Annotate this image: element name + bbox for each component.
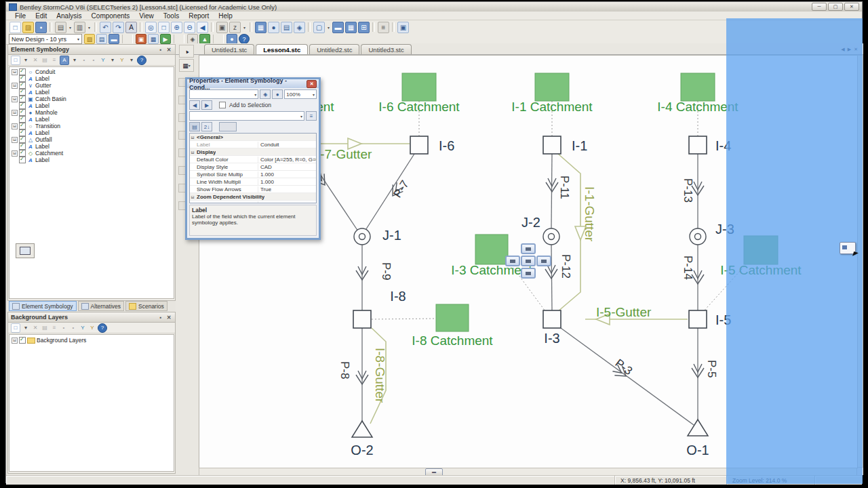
- node-i1[interactable]: [543, 136, 561, 154]
- outfalls[interactable]: [352, 420, 708, 437]
- globe-icon[interactable]: ●: [268, 22, 279, 33]
- new-icon[interactable]: □: [11, 56, 20, 65]
- aerial-view-icon[interactable]: ▬: [332, 22, 344, 33]
- tree-item-label-child[interactable]: A Label: [9, 102, 174, 109]
- tree-item-label-child[interactable]: A Label: [9, 75, 174, 82]
- catchment-i8[interactable]: [436, 304, 469, 331]
- property-row[interactable]: Label Conduit: [190, 141, 316, 148]
- expander-icon[interactable]: ⊟: [12, 83, 18, 89]
- tree-item-label-child[interactable]: A Label: [9, 157, 174, 163]
- add-to-selection[interactable]: Add to Selection: [219, 102, 271, 108]
- expander-icon[interactable]: ⊟: [12, 150, 18, 157]
- menu-item[interactable]: Components: [87, 12, 135, 20]
- select-tool-button[interactable]: ▲: [179, 45, 194, 58]
- delete-icon[interactable]: ✕: [31, 56, 39, 64]
- blank-button[interactable]: [219, 122, 237, 131]
- node-i4[interactable]: [689, 136, 707, 154]
- document-tab[interactable]: Untitled1.stc: [204, 44, 254, 54]
- help-icon[interactable]: ?: [137, 56, 146, 65]
- save-icon[interactable]: ▪: [35, 22, 47, 33]
- document-tab[interactable]: Lesson4.stc: [256, 44, 308, 54]
- undo-icon[interactable]: ↶: [100, 22, 111, 33]
- tree-item[interactable]: ⊟ ● Manhole: [9, 109, 174, 116]
- property-row[interactable]: Symbol Size Multip 1.000: [190, 171, 316, 178]
- filter-reset-icon[interactable]: Y: [118, 56, 126, 64]
- open-icon[interactable]: ▨: [22, 22, 34, 33]
- eraser-icon[interactable]: ▣: [216, 22, 228, 33]
- next-element-button[interactable]: ▶: [201, 100, 212, 110]
- expander-icon[interactable]: ⊟: [12, 96, 18, 102]
- tree-item[interactable]: ⊟ △ Outfall: [9, 136, 174, 143]
- pan-up-button[interactable]: [521, 243, 536, 254]
- redo-icon[interactable]: ↷: [113, 22, 124, 33]
- alternatives-icon[interactable]: ▤: [96, 34, 107, 44]
- menu-item[interactable]: View: [134, 12, 159, 20]
- field-combo[interactable]: ▾: [189, 111, 304, 121]
- zoom-to-icon[interactable]: ●: [272, 89, 283, 99]
- zoom-extents-icon[interactable]: ◎: [145, 22, 157, 33]
- property-value[interactable]: CAD: [258, 164, 272, 170]
- tab-alternatives[interactable]: Alternatives: [78, 301, 124, 311]
- pin-icon[interactable]: ▪: [157, 47, 164, 53]
- catchment-i6[interactable]: [402, 73, 436, 101]
- menu-item[interactable]: Edit: [31, 12, 52, 20]
- customize-icon[interactable]: ◈: [260, 89, 271, 99]
- menu-item[interactable]: Analysis: [52, 12, 86, 20]
- tree-item[interactable]: ⊟ ▣ Catch Basin: [9, 96, 174, 102]
- move-down-icon[interactable]: •: [69, 324, 77, 332]
- tools-icon[interactable]: ●: [226, 34, 237, 44]
- menu-item[interactable]: Help: [214, 12, 237, 20]
- default-design-icon[interactable]: ◈: [187, 34, 198, 44]
- floating-button[interactable]: [16, 243, 35, 258]
- pan-down-button[interactable]: [521, 268, 536, 279]
- label-icon[interactable]: A: [60, 56, 69, 65]
- expander-icon[interactable]: ⊟: [12, 110, 18, 116]
- find-icon[interactable]: A: [125, 22, 137, 33]
- help-icon[interactable]: ?: [239, 34, 250, 44]
- new-icon[interactable]: □: [9, 22, 21, 33]
- node-i5[interactable]: [689, 310, 707, 328]
- add-to-selection-checkbox[interactable]: [219, 102, 226, 108]
- property-row[interactable]: Default Color Color [A=255, R=0, G=0,: [190, 156, 316, 163]
- query-icon[interactable]: ◈: [294, 22, 305, 33]
- tab-element-symbology[interactable]: Element Symbology: [9, 301, 77, 311]
- menu-item[interactable]: Report: [184, 12, 214, 20]
- expander-icon[interactable]: ⊟: [12, 69, 18, 75]
- edit-icon[interactable]: ≡: [50, 324, 58, 332]
- close-button[interactable]: ✕: [844, 3, 859, 11]
- maximize-button[interactable]: ▢: [828, 3, 843, 11]
- minimize-button[interactable]: ─: [812, 3, 827, 11]
- filter-icon[interactable]: Y: [79, 324, 87, 332]
- select-icon[interactable]: ▢: [313, 22, 325, 33]
- pipe-p7[interactable]: [365, 154, 414, 231]
- new-icon[interactable]: □: [11, 323, 20, 333]
- property-row[interactable]: ⊟ Display: [190, 148, 316, 156]
- move-up-icon[interactable]: •: [80, 56, 88, 64]
- tree-item[interactable]: ⊟ Background Layers: [9, 337, 174, 344]
- menu-item[interactable]: File: [10, 12, 31, 20]
- document-tab[interactable]: Untitled3.stc: [361, 44, 411, 54]
- catchment-i4[interactable]: [681, 73, 715, 101]
- move-up-icon[interactable]: •: [60, 324, 68, 332]
- move-down-icon[interactable]: •: [90, 56, 98, 64]
- catchment-i1[interactable]: [535, 73, 569, 101]
- help-icon[interactable]: ?: [98, 323, 107, 333]
- close-icon[interactable]: ✕: [307, 80, 317, 88]
- validate-icon[interactable]: ▣: [136, 34, 146, 44]
- zoom-in-icon[interactable]: ⊕: [171, 22, 182, 33]
- scenario-manager-icon[interactable]: ▨: [84, 34, 95, 44]
- tree-item-label-child[interactable]: A Label: [9, 89, 174, 96]
- property-row[interactable]: Show Flow Arrows True: [190, 186, 316, 193]
- expander-icon[interactable]: ⊟: [12, 338, 18, 344]
- compute-icon[interactable]: ▶: [160, 34, 171, 44]
- layout-tool-button[interactable]: ▦▾: [179, 59, 194, 72]
- alphabetical-icon[interactable]: 2↓: [201, 122, 212, 131]
- print-icon[interactable]: ▥: [74, 22, 85, 33]
- filter-reset-icon[interactable]: Y: [88, 324, 96, 332]
- dialog-title-bar[interactable]: Properties - Element Symbology - Cond...…: [187, 79, 319, 88]
- property-row[interactable]: ⊟ Zoom Dependent Visibility: [190, 193, 316, 201]
- pan-left-button[interactable]: [505, 256, 520, 266]
- catch-basins[interactable]: [353, 136, 707, 328]
- node-i3[interactable]: [543, 310, 561, 328]
- property-value[interactable]: True: [258, 186, 271, 192]
